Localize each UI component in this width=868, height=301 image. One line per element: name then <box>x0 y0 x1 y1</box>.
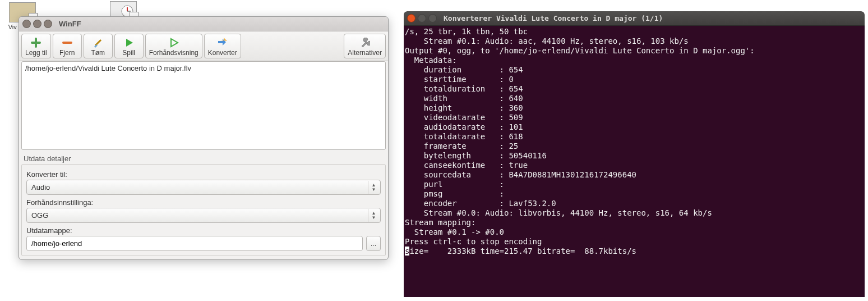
preset-label: Forhåndsinnstillinga: <box>26 198 381 207</box>
term-line: purl : <box>405 180 509 189</box>
term-line: /s, 25 tbr, 1k tbn, 50 tbc <box>405 27 528 36</box>
window-title: Konverterer Vivaldi Lute Concerto in D m… <box>444 14 663 22</box>
maximize-icon[interactable] <box>44 20 52 28</box>
term-line: height : 360 <box>405 103 523 112</box>
term-line: Metadata: <box>405 56 457 65</box>
term-line: pmsg : <box>405 189 509 198</box>
button-label: Forhåndsvisning <box>149 49 198 57</box>
term-line: totaldatarate : 618 <box>405 132 523 141</box>
button-label: Spill <box>118 49 140 57</box>
convert-arrows-icon <box>208 37 237 49</box>
chevron-updown-icon: ▲▼ <box>368 181 379 194</box>
output-details-panel: Konverter til: Audio ▲▼ Forhåndsinnstill… <box>21 164 386 256</box>
term-line: Stream mapping: <box>405 218 475 227</box>
winff-window: WinFF Legg til Fjern Tøm Spill <box>19 16 389 260</box>
button-label: Tøm <box>87 49 109 57</box>
term-line: Stream #0.0: Audio: libvorbis, 44100 Hz,… <box>405 208 712 217</box>
minimize-icon[interactable] <box>418 14 426 22</box>
term-line: sourcedata : B4A7D0881MH1301216172496640 <box>405 170 636 179</box>
output-dir-input[interactable] <box>26 236 363 251</box>
combo-value: OGG <box>31 211 48 220</box>
close-icon[interactable] <box>407 14 415 22</box>
maximize-icon[interactable] <box>428 14 437 22</box>
add-button[interactable]: Legg til <box>21 34 51 58</box>
term-line: Stream #0.1: Audio: aac, 44100 Hz, stere… <box>405 37 689 45</box>
term-line: videodatarate : 509 <box>405 113 523 122</box>
term-line: width : 640 <box>405 94 523 103</box>
term-line: canseekontime : true <box>405 161 528 170</box>
button-label: Legg til <box>25 49 47 57</box>
file-list-item[interactable]: /home/jo-erlend/Vivaldi Lute Concerto in… <box>25 64 382 72</box>
play-outline-icon <box>149 37 198 49</box>
convert-to-combo[interactable]: Audio ▲▼ <box>26 180 381 195</box>
term-line: encoder : Lavf53.2.0 <box>405 199 556 208</box>
terminal-output[interactable]: /s, 25 tbr, 1k tbn, 50 tbc Stream #0.1: … <box>404 26 865 297</box>
combo-value: Audio <box>31 183 50 191</box>
winff-titlebar[interactable]: WinFF <box>19 17 388 31</box>
ellipsis-icon: ... <box>371 240 376 248</box>
file-list[interactable]: /home/jo-erlend/Vivaldi Lute Concerto in… <box>21 61 386 150</box>
term-line: Press ctrl-c to stop encoding <box>405 237 542 246</box>
term-status: ize= 2333kB time=215.47 bitrate= 88.7kbi… <box>409 247 636 256</box>
convert-to-label: Konverter til: <box>26 170 381 179</box>
minus-icon <box>57 37 78 49</box>
clear-button[interactable]: Tøm <box>84 34 113 58</box>
remove-button[interactable]: Fjern <box>53 34 82 58</box>
winff-toolbar: Legg til Fjern Tøm Spill Forhåndsvisning <box>19 31 388 61</box>
outdir-label: Utdatamappe: <box>26 226 381 235</box>
window-title: WinFF <box>59 20 81 28</box>
term-line: bytelength : 50540116 <box>405 151 547 160</box>
term-line: framerate : 25 <box>405 142 518 150</box>
plus-icon <box>25 37 47 49</box>
output-details-label: Utdata detaljer <box>19 152 388 164</box>
term-line: audiodatarate : 101 <box>405 122 523 131</box>
play-button[interactable]: Spill <box>114 34 144 58</box>
wrench-icon <box>348 37 382 49</box>
button-label: Konverter <box>208 49 237 57</box>
play-icon <box>118 37 140 49</box>
terminal-window: Konverterer Vivaldi Lute Concerto in D m… <box>404 11 865 297</box>
preview-button[interactable]: Forhåndsvisning <box>145 34 202 58</box>
preset-combo[interactable]: OGG ▲▼ <box>26 208 381 223</box>
term-line: Output #0, ogg, to '/home/jo-erlend/Viva… <box>405 46 755 55</box>
term-line: duration : 654 <box>405 65 523 74</box>
term-line: Stream #0.1 -> #0.0 <box>405 227 504 236</box>
button-label: Fjern <box>57 49 78 57</box>
term-line: totalduration : 654 <box>405 84 523 93</box>
close-icon[interactable] <box>22 20 31 28</box>
browse-button[interactable]: ... <box>366 236 381 251</box>
chevron-updown-icon: ▲▼ <box>368 209 379 222</box>
terminal-titlebar[interactable]: Konverterer Vivaldi Lute Concerto in D m… <box>404 11 865 26</box>
button-label: Alternativer <box>348 49 382 57</box>
options-button[interactable]: Alternativer <box>344 34 386 58</box>
broom-icon <box>87 37 109 49</box>
convert-button[interactable]: Konverter <box>204 34 241 58</box>
minimize-icon[interactable] <box>33 20 41 28</box>
term-line: starttime : 0 <box>405 75 514 84</box>
